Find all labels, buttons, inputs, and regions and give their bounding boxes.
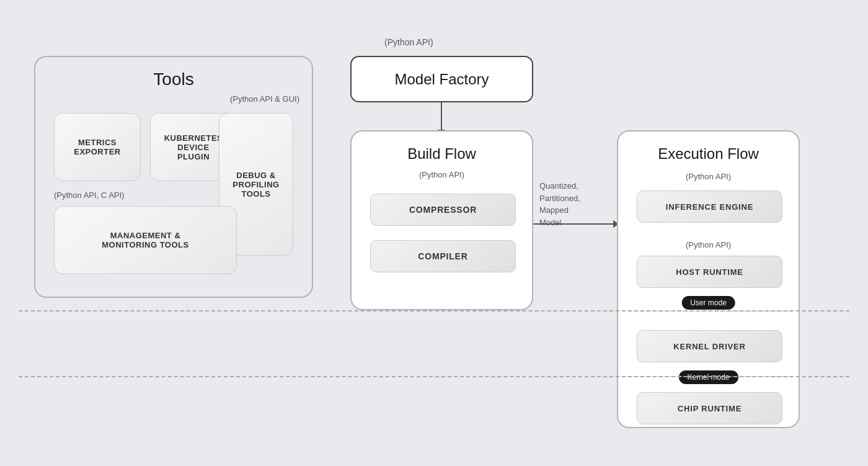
kernel-mode-badge: Kernel mode [678, 370, 738, 384]
metrics-exporter-label: METRICSEXPORTER [74, 138, 121, 156]
build-flow-title: Build Flow [407, 145, 476, 163]
tools-title: Tools [153, 69, 193, 89]
execution-flow-title: Execution Flow [658, 145, 759, 163]
diagram: Tools (Python API & GUI) METRICSEXPORTER… [0, 0, 868, 466]
build-flow-api-label: (Python API) [419, 170, 464, 179]
chip-runtime-box: CHIP RUNTIME [637, 392, 782, 424]
model-factory-title: Model Factory [394, 71, 489, 88]
exec-api-label-2: (Python API) [686, 240, 731, 249]
quantized-label: Quantized,Partitioned,MappedModel [539, 180, 580, 228]
model-factory-api-label: (Python API) [384, 37, 433, 47]
user-mode-badge: User mode [681, 296, 735, 310]
compressor-box: COMPRESSOR [370, 194, 516, 226]
kubernetes-label: KUBERNETESDEVICEPLUGIN [164, 133, 223, 161]
debug-label: DEBUG &PROFILINGTOOLS [232, 171, 279, 199]
inference-engine-label: INFERENCE ENGINE [666, 202, 753, 212]
management-label: MANAGEMENT &MONITORING TOOLS [102, 231, 188, 249]
global-dashed-line-2 [19, 376, 849, 377]
metrics-exporter-box: METRICSEXPORTER [54, 113, 141, 181]
python-c-api-label: (Python API, C API) [54, 190, 124, 200]
compiler-label: COMPILER [418, 251, 467, 261]
management-box: MANAGEMENT &MONITORING TOOLS [54, 206, 237, 274]
arrow-model-factory-down [441, 102, 442, 130]
python-api-gui-label: (Python API & GUI) [230, 94, 299, 104]
kernel-driver-label: KERNEL DRIVER [673, 342, 745, 351]
execution-flow-container: Execution Flow (Python API) INFERENCE EN… [617, 130, 800, 428]
host-runtime-label: HOST RUNTIME [676, 267, 743, 277]
kernel-driver-box: KERNEL DRIVER [637, 330, 782, 362]
inference-engine-box: INFERENCE ENGINE [637, 190, 782, 223]
chip-runtime-label: CHIP RUNTIME [678, 404, 742, 413]
model-factory-box: Model Factory [350, 56, 533, 102]
build-flow-container: Build Flow (Python API) COMPRESSOR COMPI… [350, 130, 533, 310]
compiler-box: COMPILER [370, 240, 516, 272]
compressor-label: COMPRESSOR [409, 205, 477, 215]
host-runtime-box: HOST RUNTIME [637, 256, 782, 288]
tools-container: Tools (Python API & GUI) METRICSEXPORTER… [34, 56, 313, 298]
arrow-build-to-exec [533, 223, 614, 225]
global-dashed-line-1 [19, 310, 849, 311]
exec-api-label-1: (Python API) [686, 172, 731, 181]
